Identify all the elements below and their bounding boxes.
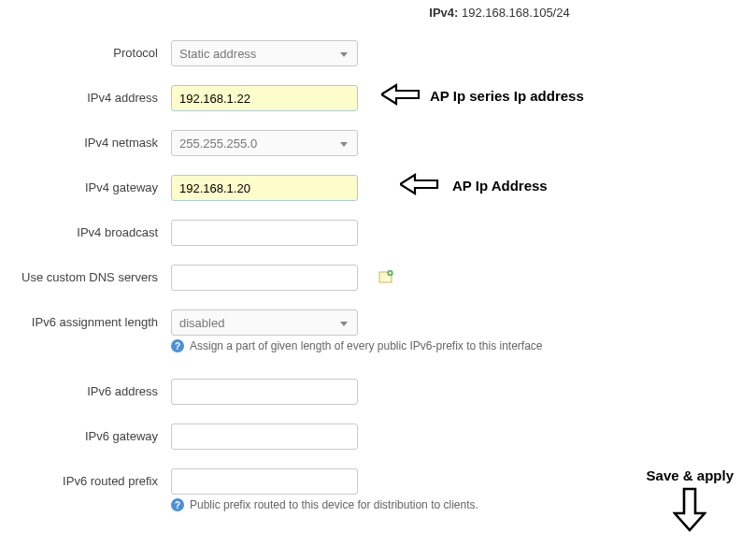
ipv4-header-label: IPv4: xyxy=(429,6,458,20)
annotation-save-apply: Save & apply xyxy=(647,467,734,532)
hint-ipv6-assign-len: ? Assign a part of given length of every… xyxy=(171,339,543,352)
label-ipv6-routed-prefix: IPv6 routed prefix xyxy=(0,468,171,488)
protocol-select[interactable]: Static address xyxy=(171,40,358,66)
hint-text: Public prefix routed to this device for … xyxy=(190,498,478,511)
ipv6-gateway-input[interactable] xyxy=(171,424,358,450)
annotation-save-apply-text: Save & apply xyxy=(647,467,734,483)
annotation-arrow-icon xyxy=(400,173,441,195)
protocol-select-value: Static address xyxy=(179,47,256,61)
ipv4-broadcast-input[interactable] xyxy=(171,220,358,246)
label-protocol: Protocol xyxy=(0,40,171,60)
row-ipv6-gateway: IPv6 gateway xyxy=(0,424,756,450)
label-ipv6-assign-len: IPv6 assignment length xyxy=(0,309,171,329)
label-ipv6-address: IPv6 address xyxy=(0,379,171,398)
row-ipv6-address: IPv6 address xyxy=(0,379,756,405)
arrow-down-icon xyxy=(673,487,706,532)
ipv6-routed-prefix-input[interactable] xyxy=(171,468,358,495)
ipv6-assign-len-value: disabled xyxy=(179,316,224,330)
row-ipv4-netmask: IPv4 netmask 255.255.255.0 xyxy=(0,130,756,156)
annotation-ap-series: AP Ip series Ip address xyxy=(430,88,584,104)
ipv4-gateway-input[interactable] xyxy=(171,175,358,201)
ipv6-assign-len-select[interactable]: disabled xyxy=(171,309,358,336)
ipv4-address-input[interactable] xyxy=(171,85,358,111)
row-ipv4-gateway: IPv4 gateway AP Ip Address xyxy=(0,175,756,201)
header: IPv4: 192.168.168.105/24 xyxy=(243,0,756,31)
ipv4-netmask-value: 255.255.255.0 xyxy=(179,136,257,151)
label-ipv4-netmask: IPv4 netmask xyxy=(0,130,171,150)
custom-dns-input[interactable] xyxy=(171,265,358,291)
annotation-arrow-icon xyxy=(381,83,422,106)
ipv6-address-input[interactable] xyxy=(171,379,358,405)
row-ipv6-assign-len: IPv6 assignment length disabled ? Assign… xyxy=(0,309,756,352)
annotation-ap-address: AP Ip Address xyxy=(452,178,548,194)
row-ipv4-broadcast: IPv4 broadcast xyxy=(0,220,756,246)
info-icon: ? xyxy=(171,498,184,511)
ipv4-header-value: 192.168.168.105/24 xyxy=(462,6,570,20)
ipv4-netmask-select[interactable]: 255.255.255.0 xyxy=(171,130,358,156)
row-ipv6-routed-prefix: IPv6 routed prefix ? Public prefix route… xyxy=(0,468,756,511)
label-ipv4-gateway: IPv4 gateway xyxy=(0,175,171,194)
label-ipv6-gateway: IPv6 gateway xyxy=(0,424,171,443)
row-custom-dns: Use custom DNS servers xyxy=(0,265,756,291)
form: Protocol Static address IPv4 address AP … xyxy=(0,31,756,511)
row-protocol: Protocol Static address xyxy=(0,40,756,66)
info-icon: ? xyxy=(171,339,184,352)
row-ipv4-address: IPv4 address AP Ip series Ip address xyxy=(0,85,756,111)
label-ipv4-address: IPv4 address xyxy=(0,85,171,105)
label-custom-dns: Use custom DNS servers xyxy=(0,265,171,284)
add-note-icon[interactable] xyxy=(378,270,393,283)
hint-text: Assign a part of given length of every p… xyxy=(190,339,543,352)
label-ipv4-broadcast: IPv4 broadcast xyxy=(0,220,171,239)
hint-ipv6-routed-prefix: ? Public prefix routed to this device fo… xyxy=(171,498,478,511)
